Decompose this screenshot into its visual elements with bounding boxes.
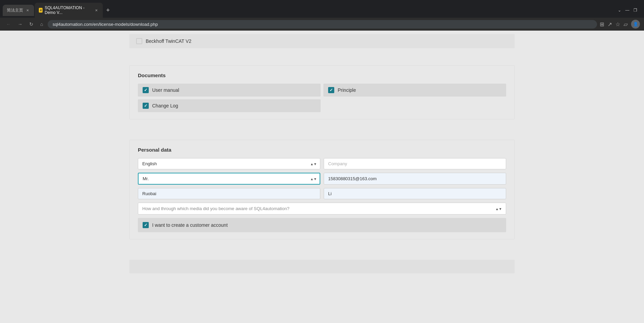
personal-data-section-wrapper: Personal data English German French Span… — [0, 133, 644, 246]
change-log-checkbox[interactable]: ✓ — [143, 103, 149, 109]
address-bar-row: ← → ↻ ⌂ ⊞ ↗ ☆ ▱ 👤 — [0, 18, 644, 31]
tab-bar: 简法主页 ✕ 4 SQL4AUTOMATION - Demo V... ✕ + … — [0, 0, 644, 18]
user-manual-label: User manual — [152, 87, 179, 93]
company-input[interactable] — [324, 158, 506, 169]
personal-data-title: Personal data — [138, 147, 506, 153]
bottom-hint — [0, 260, 644, 273]
avatar[interactable]: 👤 — [631, 20, 640, 29]
change-log-label: Change Log — [152, 103, 178, 108]
documents-section-wrapper: Documents ✓ User manual ✓ Change Log — [0, 58, 644, 126]
salutation-select-wrapper: Mr. Mrs. Ms. Dr. ▲▼ — [138, 173, 320, 185]
personal-data-card: Personal data English German French Span… — [129, 140, 515, 239]
documents-grid: ✓ User manual ✓ Change Log ✓ Principle — [138, 84, 506, 112]
home-button[interactable]: ⌂ — [38, 20, 45, 28]
browser-chrome: 简法主页 ✕ 4 SQL4AUTOMATION - Demo V... ✕ + … — [0, 0, 644, 31]
window-controls: ⌄ — ❐ — [614, 8, 641, 13]
documents-title: Documents — [138, 72, 506, 78]
beckhoff-label: Beckhoff TwinCAT V2 — [146, 38, 191, 44]
back-button[interactable]: ← — [4, 20, 13, 28]
beckhoff-checkbox[interactable] — [136, 38, 142, 44]
reload-button[interactable]: ↻ — [27, 20, 35, 28]
email-input[interactable] — [324, 173, 506, 185]
awareness-select-wrapper: How and through which media did you beco… — [138, 203, 506, 215]
principle-checkbox[interactable]: ✓ — [328, 87, 334, 93]
page-content: Beckhoff TwinCAT V2 Documents ✓ User man… — [0, 31, 644, 323]
share-icon[interactable]: ↗ — [608, 21, 612, 28]
firstname-input[interactable] — [138, 188, 320, 199]
tab-1[interactable]: 简法主页 ✕ — [3, 5, 34, 16]
forward-button[interactable]: → — [16, 20, 25, 28]
tab-1-label: 简法主页 — [7, 7, 23, 13]
tab-2-label: SQL4AUTOMATION - Demo V... — [45, 5, 92, 15]
top-partial-section: Beckhoff TwinCAT V2 — [0, 31, 644, 52]
awareness-select[interactable]: How and through which media did you beco… — [138, 203, 506, 215]
new-tab-button[interactable]: + — [103, 5, 113, 15]
customer-account-row: ✓ I want to create a customer account — [138, 218, 506, 232]
user-manual-checkbox[interactable]: ✓ — [143, 87, 149, 93]
translate-icon[interactable]: ⊞ — [600, 21, 604, 28]
toolbar-icons: ⊞ ↗ ☆ ▱ 👤 — [600, 20, 640, 29]
minimize-icon[interactable]: ⌄ — [618, 8, 621, 13]
customer-account-checkbox[interactable]: ✓ — [143, 222, 149, 228]
bookmark-icon[interactable]: ☆ — [615, 21, 620, 28]
user-manual-item: ✓ User manual — [138, 84, 321, 97]
close-icon[interactable]: ❐ — [633, 8, 637, 13]
address-input[interactable] — [48, 20, 597, 29]
change-log-item: ✓ Change Log — [138, 99, 321, 112]
tab-1-close[interactable]: ✕ — [25, 8, 30, 13]
docs-right-col: ✓ Principle — [323, 84, 506, 112]
language-select[interactable]: English German French Spanish — [138, 158, 320, 169]
customer-account-label: I want to create a customer account — [152, 222, 228, 228]
scroll-area: Beckhoff TwinCAT V2 Documents ✓ User man… — [0, 31, 644, 287]
restore-icon[interactable]: — — [625, 8, 629, 13]
docs-left-col: ✓ User manual ✓ Change Log — [138, 84, 321, 112]
documents-card: Documents ✓ User manual ✓ Change Log — [129, 65, 515, 119]
language-select-wrapper: English German French Spanish ▲▼ — [138, 158, 320, 169]
personal-data-grid: English German French Spanish ▲▼ Mr. — [138, 158, 506, 232]
tab-2-close[interactable]: ✕ — [94, 8, 99, 13]
tab-2-favicon: 4 — [39, 8, 43, 13]
tab-2[interactable]: 4 SQL4AUTOMATION - Demo V... ✕ — [35, 3, 103, 18]
lastname-input[interactable] — [324, 188, 506, 199]
salutation-select[interactable]: Mr. Mrs. Ms. Dr. — [138, 173, 320, 185]
principle-label: Principle — [338, 87, 356, 93]
split-icon[interactable]: ▱ — [624, 21, 628, 28]
principle-item: ✓ Principle — [323, 84, 506, 97]
